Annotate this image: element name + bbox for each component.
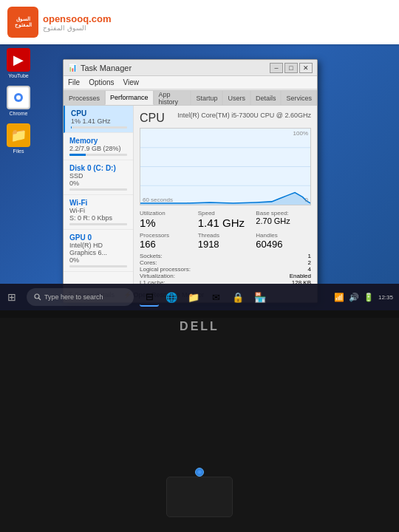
sidebar-wifi-sub: S: 0 R: 0 Kbps [69,214,127,222]
sidebar-gpu-sub: 0% [69,256,127,264]
window-controls: – □ ✕ [270,63,313,73]
maximize-button[interactable]: □ [284,63,298,73]
sidebar-cpu-value: 1% 1.41 GHz [71,117,127,125]
stat-base-speed: Base speed: 2.70 GHz [256,210,311,229]
cpu-stats-row1: Utilization 1% Speed 1.41 GHz Base speed… [140,210,311,229]
tab-startup[interactable]: Startup [191,90,222,105]
stat-sockets: Sockets: 1 [140,253,311,259]
sidebar-disk-value: SSD [69,172,127,180]
taskbar-app-security[interactable]: 🔒 [228,287,248,307]
cpu-model: Intel(R) Core(TM) i5-7300U CPU @ 2.60GHz [177,112,311,119]
trackpad[interactable] [166,477,233,517]
logo-main-text: opensooq.com [43,13,111,24]
sidebar-cpu-label: CPU [71,109,127,117]
window-icon: 📊 [68,64,77,72]
sidebar-item-cpu[interactable]: CPU 1% 1.41 GHz [64,106,133,133]
header-bar: السوقالمفتوح opensooq.com السوق المفتوح [0,0,399,44]
sidebar-disk-sub: 0% [69,180,127,187]
system-tray: 📶 🔊 🔋 12:35 [334,293,393,302]
sidebar-memory-bar [69,154,127,156]
stat-logical-val: 4 [308,266,311,273]
sidebar-disk-bar [69,188,127,191]
taskbar-app-edge[interactable]: 🌐 [162,287,181,307]
sidebar-gpu-label: GPU 0 [69,233,127,242]
stat-basespeed-value: 2.70 GHz [256,216,311,225]
stat-threads-label: Threads [198,232,253,239]
taskbar-search-box[interactable]: Type here to search [27,288,134,306]
cpu-main-panel: CPU Intel(R) Core(TM) i5-7300U CPU @ 2.6… [134,106,317,302]
stat-sockets-val: 1 [308,253,311,259]
window-titlebar: 📊 Task Manager – □ ✕ [64,60,317,76]
minimize-button[interactable]: – [270,63,283,73]
svg-point-7 [35,294,39,299]
cpu-header: CPU Intel(R) Core(TM) i5-7300U CPU @ 2.6… [140,112,311,125]
taskbar-search-text: Type here to search [44,293,103,301]
page-wrapper: السوقالمفتوح opensooq.com السوق المفتوح … [0,0,399,532]
dell-logo: DELL [180,320,219,333]
stat-handles-label: Handles [256,232,311,239]
graph-seconds-label: 60 seconds [143,197,173,203]
sidebar-item-disk[interactable]: Disk 0 (C: D:) SSD 0% [64,160,133,195]
stat-speed-value: 1.41 GHz [198,216,253,229]
task-manager-window: 📊 Task Manager – □ ✕ File Options View P… [63,59,318,303]
desktop-icon-chrome[interactable]: Chrome [4,86,33,116]
cpu-graph: 100% 60 seconds 0 [140,128,311,205]
cpu-graph-svg [140,129,310,205]
tab-services[interactable]: Services [281,90,317,105]
desktop-icon-folder[interactable]: 📁 Files [4,123,33,154]
stat-speed: Speed 1.41 GHz [198,210,253,229]
stat-handles: Handles 60496 [256,232,311,250]
tray-battery-icon: 🔋 [364,293,374,302]
close-button[interactable]: ✕ [299,63,313,73]
tab-processes[interactable]: Processes [64,90,105,105]
svg-point-1 [16,95,21,100]
screen-section: السوقالمفتوح opensooq.com السوق المفتوح … [0,0,399,310]
stat-util-label: Utilization [140,210,195,216]
tab-details[interactable]: Details [250,90,282,105]
stat-utilization: Utilization 1% [140,210,195,229]
sidebar-memory-bar-fill [69,154,86,156]
sidebar-item-wifi[interactable]: Wi-Fi Wi-Fi S: 0 R: 0 Kbps [64,195,133,230]
tab-users[interactable]: Users [222,90,250,105]
stat-virt-key: Virtualization: [140,273,175,279]
window-menubar: File Options View [64,76,317,89]
stat-threads: Threads 1918 [198,232,253,250]
trackpoint-dot[interactable] [195,468,204,477]
tab-performance[interactable]: Performance [105,90,154,105]
start-button[interactable]: ⊞ [0,285,24,309]
graph-top-label: 100% [293,130,308,137]
menu-file[interactable]: File [68,78,80,86]
chrome-icon [7,86,30,109]
tray-volume-icon: 🔊 [349,293,359,302]
taskbar-app-taskview[interactable]: ⊟ [140,287,159,307]
sidebar-wifi-value: Wi-Fi [69,207,127,214]
stat-virt-val: Enabled [290,273,311,279]
tab-bar: Processes Performance App history Startu… [64,89,317,106]
stat-basespeed-label: Base speed: [256,210,311,216]
sidebar-cpu-bar-fill [71,126,72,129]
sidebar-memory-label: Memory [69,137,127,145]
stat-speed-label: Speed [198,210,253,216]
sidebar-cpu-bar [71,126,127,129]
menu-options[interactable]: Options [89,78,114,86]
logo-arabic-text: السوق المفتوح [43,24,111,32]
taskbar-app-icons: ⊟ 🌐 📁 ✉ 🔒 🏪 [140,287,270,307]
window-body: CPU 1% 1.41 GHz Memory 2.2/7.9 GB (28%) [64,106,317,302]
taskbar-app-store[interactable]: 🏪 [250,287,270,307]
taskbar-app-explorer[interactable]: 📁 [184,287,203,307]
stat-virt: Virtualization: Enabled [140,273,311,279]
menu-view[interactable]: View [123,78,140,86]
sidebar-wifi-bar [69,223,127,225]
desktop-icon-yt[interactable]: ▶ YouTube [4,48,33,78]
sidebar-item-memory[interactable]: Memory 2.2/7.9 GB (28%) [64,133,133,160]
stat-cores: Cores: 2 [140,259,311,266]
taskbar-app-mail[interactable]: ✉ [206,287,225,307]
sidebar-memory-value: 2.2/7.9 GB (28%) [69,145,127,152]
tab-apphistory[interactable]: App history [154,90,191,105]
stat-logical: Logical processors: 4 [140,266,311,273]
sidebar-gpu-bar [69,265,127,267]
stat-processors: Processors 166 [140,232,195,250]
stat-proc-value: 166 [140,239,195,250]
tray-network-icon: 📶 [334,293,344,302]
sidebar-item-gpu[interactable]: GPU 0 Intel(R) HD Graphics 6... 0% [64,230,133,272]
